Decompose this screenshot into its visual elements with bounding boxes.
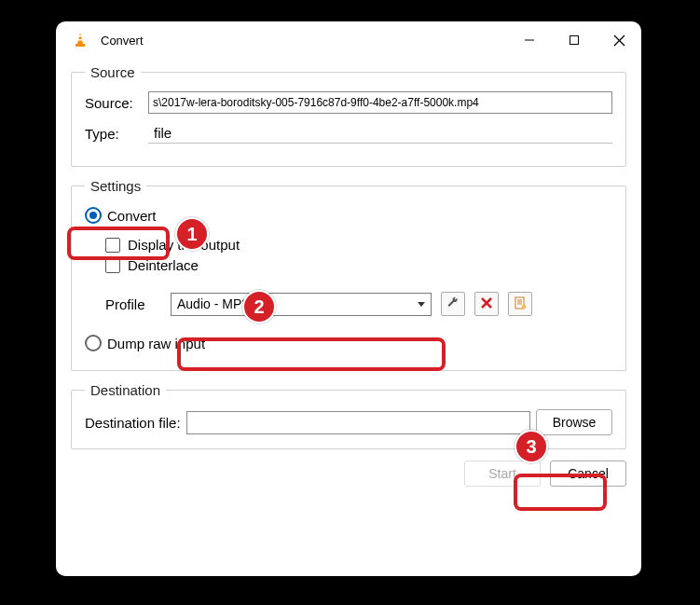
vlc-cone-icon	[71, 31, 89, 49]
convert-radio-label: Convert	[107, 208, 157, 224]
titlebar: Convert	[56, 21, 641, 59]
button-row: Start Cancel	[71, 461, 626, 487]
svg-point-13	[522, 304, 527, 309]
destination-legend: Destination	[85, 382, 166, 398]
source-legend: Source	[85, 64, 141, 80]
delete-profile-button[interactable]	[474, 292, 499, 316]
dialog-content: Source Source: Type: file Settings Conve…	[56, 59, 641, 500]
profile-label: Profile	[105, 296, 161, 312]
display-output-label: Display the output	[128, 237, 240, 253]
svg-rect-2	[78, 39, 83, 41]
close-button[interactable]	[597, 21, 641, 59]
type-value: file	[148, 123, 612, 144]
svg-rect-4	[570, 36, 579, 45]
new-profile-icon	[513, 296, 528, 313]
destination-fieldset: Destination Destination file: Browse	[71, 382, 626, 449]
destination-label: Destination file:	[85, 415, 181, 431]
wrench-icon	[446, 296, 460, 313]
edit-profile-button[interactable]	[441, 292, 465, 316]
convert-radio[interactable]	[85, 207, 102, 224]
window-title: Convert	[101, 34, 144, 48]
dump-raw-label: Dump raw input	[107, 336, 205, 351]
type-label: Type:	[85, 126, 148, 142]
x-icon	[480, 296, 493, 312]
svg-rect-1	[78, 35, 81, 37]
settings-legend: Settings	[85, 178, 146, 194]
new-profile-button[interactable]	[508, 292, 532, 316]
window-controls	[507, 21, 641, 59]
source-input[interactable]	[148, 91, 612, 114]
source-fieldset: Source Source: Type: file	[71, 64, 626, 167]
source-label: Source:	[85, 95, 148, 111]
deinterlace-label: Deinterlace	[128, 257, 199, 273]
destination-input[interactable]	[186, 411, 530, 434]
profile-select[interactable]: Audio - MP3	[171, 293, 432, 316]
maximize-button[interactable]	[552, 21, 597, 59]
convert-dialog: Convert Source Source: Type: file Settin…	[56, 21, 641, 576]
display-output-checkbox[interactable]	[105, 238, 120, 253]
deinterlace-checkbox[interactable]	[105, 258, 120, 273]
browse-button[interactable]: Browse	[536, 409, 612, 435]
svg-rect-0	[75, 44, 85, 47]
start-button[interactable]: Start	[464, 461, 541, 487]
settings-fieldset: Settings Convert Display the output Dein…	[71, 178, 626, 371]
cancel-button[interactable]: Cancel	[550, 461, 626, 487]
minimize-button[interactable]	[507, 21, 552, 59]
dump-raw-radio[interactable]	[85, 335, 102, 351]
